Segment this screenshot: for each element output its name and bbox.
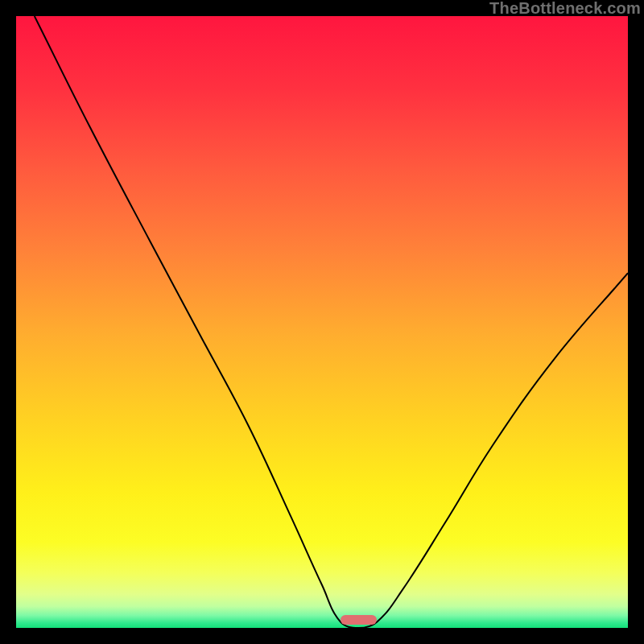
- heat-gradient-background: [16, 16, 628, 628]
- watermark-text: TheBottleneck.com: [489, 0, 641, 18]
- chart-frame: TheBottleneck.com: [0, 0, 644, 644]
- optimal-marker: [341, 615, 378, 625]
- svg-rect-0: [16, 16, 628, 628]
- plot-area: [16, 16, 628, 628]
